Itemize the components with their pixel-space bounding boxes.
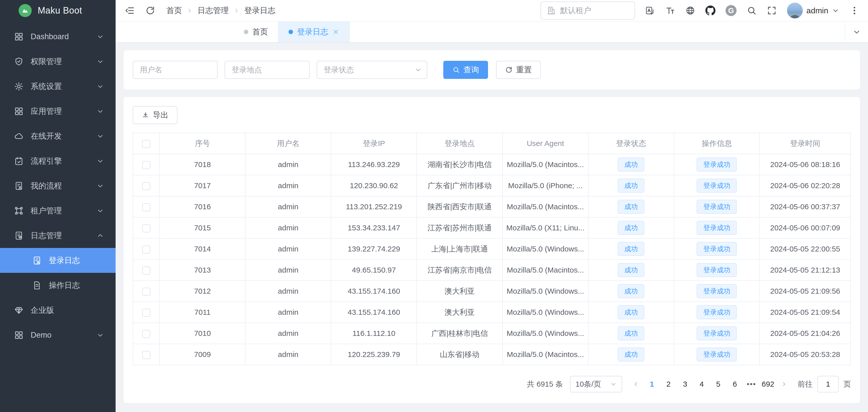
prev-page-button[interactable] (629, 378, 642, 391)
cell-username: admin (245, 175, 331, 196)
query-button[interactable]: 查询 (443, 61, 488, 79)
status-badge: 成功 (618, 263, 644, 277)
export-button[interactable]: 导出 (133, 106, 178, 124)
user-name: admin (806, 6, 828, 15)
cell-username: admin (245, 196, 331, 217)
cell-ip: 120.225.239.79 (331, 344, 417, 365)
avatar[interactable] (787, 2, 803, 19)
sidebar-item-11[interactable]: 企业版 (0, 298, 116, 323)
pager-page-5[interactable]: 5 (711, 377, 725, 391)
grid-icon (14, 106, 24, 116)
sidebar-item-5[interactable]: 流程引擎 (0, 149, 116, 173)
row-checkbox[interactable] (142, 330, 150, 338)
reset-button[interactable]: 重置 (496, 61, 541, 79)
page-size-value: 10条/页 (576, 379, 601, 389)
kebab-menu-icon[interactable] (849, 5, 860, 15)
font-size-icon[interactable] (665, 5, 675, 15)
diamond-icon (14, 306, 24, 315)
sidebar-item-8[interactable]: 日志管理 (0, 223, 116, 248)
sidebar-item-1[interactable]: 权限管理 (0, 49, 116, 74)
sidebar-item-6[interactable]: 我的流程 (0, 173, 116, 198)
language-globe-icon[interactable] (685, 5, 695, 15)
breadcrumb-log-management[interactable]: 日志管理 (197, 5, 229, 16)
gitee-icon[interactable]: G (725, 5, 737, 16)
cell-time: 2024-05-05 20:53:28 (760, 344, 851, 365)
tab-close-icon[interactable] (332, 28, 339, 35)
row-checkbox[interactable] (142, 161, 150, 169)
operation-badge[interactable]: 登录成功 (696, 284, 737, 298)
pager-more[interactable]: ••• (744, 377, 758, 391)
login-location-input[interactable] (225, 61, 310, 79)
cell-time: 2024-05-05 21:04:26 (760, 323, 851, 344)
shield-icon (14, 57, 24, 66)
row-checkbox[interactable] (142, 203, 150, 211)
sidebar-item-7[interactable]: 租户管理 (0, 198, 116, 223)
col-ip: 登录IP (331, 133, 417, 154)
pager-page-4[interactable]: 4 (694, 377, 709, 391)
row-checkbox[interactable] (142, 351, 150, 359)
user-menu[interactable]: admin (787, 2, 839, 19)
operation-badge[interactable]: 登录成功 (696, 221, 737, 235)
cell-time: 2024-05-05 21:12:13 (760, 259, 851, 281)
next-page-button[interactable] (778, 378, 790, 391)
select-all-checkbox[interactable] (142, 140, 150, 148)
translate-icon[interactable] (645, 5, 655, 15)
sidebar-collapse-icon[interactable] (125, 5, 135, 15)
tabbar-dropdown[interactable] (845, 22, 868, 42)
github-icon[interactable] (705, 5, 715, 15)
pager-page-1[interactable]: 1 (645, 377, 659, 391)
app-logo[interactable]: Maku Boot (0, 0, 116, 21)
cell-ip: 49.65.150.97 (331, 259, 417, 281)
cell-time: 2024-05-06 00:07:09 (760, 217, 851, 239)
refresh-icon (505, 66, 513, 73)
sidebar-item-2[interactable]: 系统设置 (0, 74, 116, 99)
sidebar-item-3[interactable]: 应用管理 (0, 99, 116, 124)
search-icon[interactable] (747, 5, 757, 15)
operation-badge[interactable]: 登录成功 (696, 200, 737, 214)
fullscreen-icon[interactable] (767, 5, 777, 15)
chevron-down-icon (832, 7, 839, 14)
sidebar-item-9[interactable]: 登录日志 (0, 248, 116, 273)
pager-page-6[interactable]: 6 (728, 377, 742, 391)
cell-username: admin (245, 239, 331, 259)
pager-page-3[interactable]: 3 (678, 377, 692, 391)
goto-page-input[interactable] (817, 376, 839, 392)
operation-badge[interactable]: 登录成功 (696, 158, 737, 171)
cell-location: 湖南省|长沙市|电信 (417, 154, 502, 175)
refresh-icon[interactable] (145, 5, 155, 15)
breadcrumb-home[interactable]: 首页 (166, 5, 182, 16)
tab-login-log[interactable]: 登录日志 (278, 22, 350, 42)
operation-badge[interactable]: 登录成功 (696, 242, 737, 256)
sidebar-item-0[interactable]: Dashboard (0, 24, 116, 49)
cell-location: 陕西省|西安市|联通 (417, 196, 502, 217)
sidebar-item-12[interactable]: Demo (0, 323, 116, 347)
table-header-row: 序号 用户名 登录IP 登录地点 User Agent 登录状态 操作信息 登录… (133, 133, 851, 154)
app-title: Maku Boot (38, 5, 82, 16)
cell-location: 江苏省|苏州市|联通 (417, 217, 502, 239)
operation-badge[interactable]: 登录成功 (696, 305, 737, 319)
operation-badge[interactable]: 登录成功 (696, 179, 737, 193)
sidebar-item-4[interactable]: 在线开发 (0, 124, 116, 149)
col-username: 用户名 (245, 133, 331, 154)
row-checkbox[interactable] (142, 246, 150, 253)
filter-card: 查询 重置 (124, 50, 860, 89)
row-checkbox[interactable] (142, 288, 150, 296)
tab-home[interactable]: 首页 (234, 22, 278, 42)
sidebar-item-10[interactable]: 操作日志 (0, 273, 116, 298)
operation-badge[interactable]: 登录成功 (696, 326, 737, 340)
operation-badge[interactable]: 登录成功 (696, 263, 737, 277)
pager-page-692[interactable]: 692 (761, 377, 775, 391)
breadcrumb-separator-icon (186, 7, 193, 14)
login-status-select[interactable] (317, 61, 427, 79)
cell-user-agent: Mozilla/5.0 (Macintos... (503, 196, 588, 217)
row-checkbox[interactable] (142, 266, 150, 275)
username-input[interactable] (133, 61, 218, 79)
grid-icon (14, 32, 24, 41)
row-checkbox[interactable] (142, 309, 150, 317)
tenant-select[interactable]: 默认租户 (540, 1, 635, 20)
pager-page-2[interactable]: 2 (661, 377, 676, 391)
page-size-select[interactable]: 10条/页 (570, 376, 622, 392)
row-checkbox[interactable] (142, 182, 150, 190)
row-checkbox[interactable] (142, 224, 150, 232)
operation-badge[interactable]: 登录成功 (696, 347, 737, 361)
